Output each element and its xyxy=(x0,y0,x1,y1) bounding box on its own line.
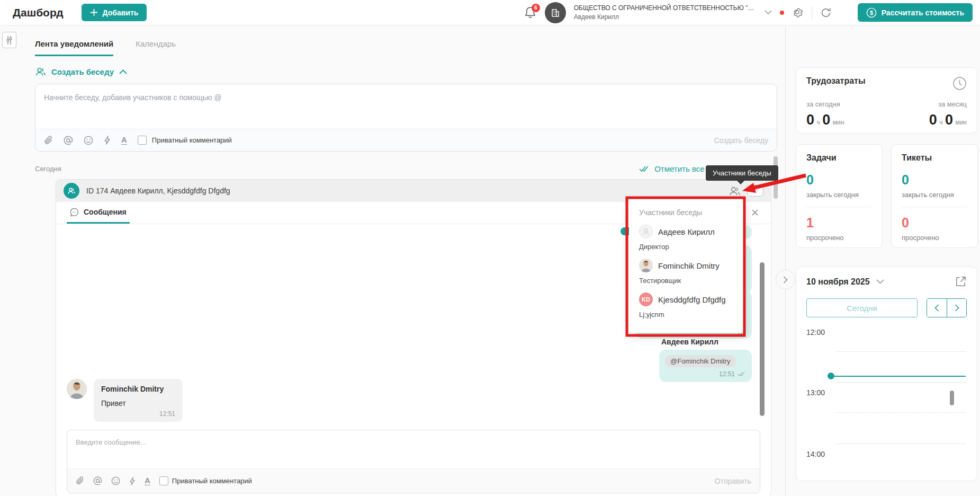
format-text-icon[interactable]: A xyxy=(121,136,127,145)
day-timeline[interactable]: 12:00 13:00 14:00 xyxy=(806,325,967,471)
message-author: Авдеев Кирилл xyxy=(661,338,752,346)
participant-name: Fominchik Dmitry xyxy=(658,261,720,270)
chat-bubble-icon xyxy=(70,208,79,217)
private-comment-label: Приватный комментарий xyxy=(172,477,252,485)
divider xyxy=(902,207,967,207)
message-time: 12:51 xyxy=(101,410,175,418)
collapse-panel-handle[interactable] xyxy=(776,270,795,289)
chevron-down-icon[interactable] xyxy=(876,279,884,284)
current-time-line xyxy=(833,376,966,377)
composer-toolbar: A Приватный комментарий Отправить xyxy=(67,468,760,493)
conversation-input[interactable]: Начните беседу, добавив участников с пом… xyxy=(35,84,777,129)
tickets-card: Тикеты 0 закрыть сегодня 0 просрочено xyxy=(891,144,978,248)
conversation-title: ID 174 Авдеев Кирилл, Kjesddgfdfg Dfgdfg xyxy=(86,187,230,195)
notifications-bell[interactable]: 6 xyxy=(524,6,537,20)
chevron-down-icon[interactable] xyxy=(765,10,772,15)
company-avatar[interactable] xyxy=(545,2,566,23)
participant-role: Тестировщик xyxy=(639,277,734,285)
calculate-cost-button[interactable]: $ Рассчитать стоимость xyxy=(858,3,973,22)
popup-title: Участники беседы xyxy=(639,208,734,217)
content-tabs: Лента уведомлений Календарь xyxy=(21,25,785,56)
building-icon xyxy=(551,8,560,17)
sliders-icon xyxy=(6,36,13,45)
dollar-icon: $ xyxy=(866,7,877,18)
more-actions-button[interactable]: ... xyxy=(747,185,763,197)
participants-tooltip: Участники беседы xyxy=(706,165,778,181)
private-comment-checkbox[interactable] xyxy=(159,476,168,485)
svg-text:$: $ xyxy=(870,10,873,16)
company-name: ОБЩЕСТВО С ОГРАНИЧЕННОЙ ОТВЕТСТВЕННОСТЬЮ… xyxy=(574,4,757,13)
tab-messages[interactable]: Сообщения xyxy=(67,202,130,224)
participant-role: Директор xyxy=(639,243,734,251)
close-icon[interactable]: ✕ xyxy=(751,207,759,219)
mention-chip[interactable]: @Fominchik Dmitry xyxy=(665,355,736,367)
page-title: Дашборд xyxy=(13,6,64,19)
today-button[interactable]: Сегодня xyxy=(806,298,918,317)
tab-calendar[interactable]: Календарь xyxy=(136,39,176,56)
participant-item[interactable]: Авдеев Кирилл Директор xyxy=(639,225,734,251)
next-day-button[interactable] xyxy=(947,299,966,317)
top-header: Дашборд Добавить 6 ОБЩЕСТВО С ОГРАНИЧЕНН… xyxy=(0,0,980,25)
calendar-date[interactable]: 10 ноября 2025 xyxy=(806,277,870,287)
feed-date-label: Сегодня xyxy=(35,165,61,173)
tasks-close-today-value: 0 xyxy=(806,172,872,188)
half-hour-line xyxy=(836,351,966,352)
emoji-icon[interactable] xyxy=(84,136,93,145)
create-conversation-toggle[interactable]: Создать беседу xyxy=(35,67,785,76)
send-message-button[interactable]: Отправить xyxy=(715,477,751,485)
hour-line xyxy=(836,382,966,383)
clock-icon xyxy=(952,76,967,91)
status-dot xyxy=(780,11,784,15)
participant-avatar xyxy=(639,259,653,272)
message-text: Привет xyxy=(101,399,175,408)
worklog-month: за месяц 0 ч 0 мин xyxy=(929,100,967,128)
outgoing-message: Авдеев Кирилл @Fominchik Dmitry 12:51 xyxy=(659,338,752,382)
current-user-name: Авдеев Кирилл xyxy=(574,13,757,22)
worklog-today: за сегодня 0 ч 0 мин xyxy=(806,100,844,128)
participant-avatar: KD xyxy=(639,293,653,306)
participant-name: Авдеев Кирилл xyxy=(658,227,715,236)
participant-item[interactable]: Fominchik Dmitry Тестировщик xyxy=(639,259,734,285)
read-checks-icon xyxy=(738,371,746,377)
feed-filter-button[interactable] xyxy=(2,32,16,48)
private-comment-checkbox[interactable] xyxy=(138,136,147,145)
quick-action-icon[interactable] xyxy=(104,136,111,145)
incoming-message: Fominchik Dmitry Привет 12:51 xyxy=(67,379,183,422)
tickets-close-today-value: 0 xyxy=(902,172,967,188)
worklog-card: Трудозатраты за сегодня 0 ч 0 мин за мес… xyxy=(796,67,977,134)
calendar-scrollbar[interactable] xyxy=(950,391,954,405)
private-comment-label: Приватный комментарий xyxy=(152,136,232,144)
prev-day-button[interactable] xyxy=(927,299,947,317)
quick-action-icon[interactable] xyxy=(129,477,136,485)
open-calendar-icon[interactable] xyxy=(955,276,967,288)
emoji-icon[interactable] xyxy=(111,476,120,485)
participant-name: Kjesddgfdfg Dfgdfg xyxy=(658,295,726,304)
participant-avatar xyxy=(639,225,653,238)
hour-label: 14:00 xyxy=(806,450,825,458)
chevron-up-icon xyxy=(119,69,127,74)
attach-icon[interactable] xyxy=(76,476,84,485)
refresh-icon[interactable] xyxy=(820,7,832,19)
message-time: 12:51 xyxy=(719,370,735,378)
participant-item[interactable]: KD Kjesddgfdfg Dfgdfg Lj;yjcnm xyxy=(639,293,734,318)
tickets-overdue-value: 0 xyxy=(902,215,967,231)
account-switcher[interactable]: ОБЩЕСТВО С ОГРАНИЧЕННОЙ ОТВЕТСТВЕННОСТЬЮ… xyxy=(574,4,757,22)
mini-calendar-card: 10 ноября 2025 Сегодня 12:00 13:00 14:00 xyxy=(796,267,977,481)
messages-scrollbar[interactable] xyxy=(760,262,765,416)
add-button[interactable]: Добавить xyxy=(82,4,147,21)
message-input[interactable]: Введите сообщение... xyxy=(67,430,760,468)
gear-icon[interactable] xyxy=(792,7,804,19)
mention-icon[interactable] xyxy=(64,136,73,145)
users-icon xyxy=(35,67,46,76)
hour-label: 12:00 xyxy=(806,328,825,336)
create-conversation-submit[interactable]: Создать беседу xyxy=(714,136,768,145)
participants-icon[interactable] xyxy=(729,186,741,196)
mention-icon[interactable] xyxy=(93,476,102,485)
format-text-icon[interactable]: A xyxy=(145,476,150,485)
tab-notification-feed[interactable]: Лента уведомлений xyxy=(35,39,113,56)
feed-header-row: Сегодня Отметить все просмотренными xyxy=(35,164,770,173)
new-conversation-composer: Начните беседу, добавив участников с пом… xyxy=(35,84,777,152)
attach-icon[interactable] xyxy=(44,136,53,145)
double-check-icon xyxy=(639,166,650,172)
right-sidebar: Трудозатраты за сегодня 0 ч 0 мин за мес… xyxy=(785,25,980,496)
